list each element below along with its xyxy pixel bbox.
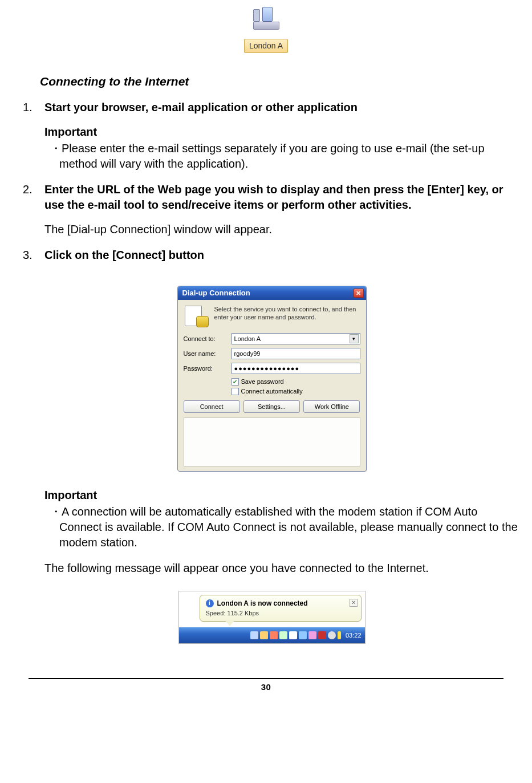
balloon-title-text: London A is now connected [217, 599, 308, 608]
connect-button[interactable]: Connect [184, 400, 240, 413]
tray-icon[interactable] [299, 631, 307, 639]
password-label: Password: [184, 364, 227, 373]
tray-icon[interactable] [260, 631, 268, 639]
connect-to-select[interactable]: London A ▾ [232, 333, 360, 344]
step-3-head: Click on the [Connect] button [44, 248, 521, 263]
tray-icon[interactable] [250, 631, 258, 639]
taskbar: 03:22 [179, 627, 365, 643]
work-offline-button[interactable]: Work Offline [303, 400, 360, 413]
password-value: ●●●●●●●●●●●●●●● [234, 364, 300, 373]
info-icon: i [206, 599, 214, 607]
tray-icon[interactable] [308, 631, 316, 639]
modem-icon-label: London A [244, 39, 288, 53]
tray-icons [250, 631, 341, 639]
close-icon[interactable]: ✕ [354, 289, 364, 298]
dialup-dialog: Dial-up Connection ✕ Select the service … [177, 286, 367, 472]
step-1-number: 1. [23, 100, 44, 172]
modem-icon [249, 3, 284, 33]
settings-button[interactable]: Settings... [243, 400, 300, 413]
dialog-intro: Select the service you want to connect t… [214, 306, 360, 327]
step-2-number: 2. [23, 182, 44, 237]
after-important-note: ・A connection will be automatically esta… [59, 504, 521, 550]
auto-connect-checkbox[interactable] [232, 388, 239, 395]
balloon-close-icon[interactable]: ✕ [350, 599, 358, 607]
save-password-label: Save password [241, 378, 284, 386]
step-2-after: The [Dial-up Connection] window will app… [44, 222, 521, 237]
page-number: 30 [0, 681, 532, 693]
username-input[interactable]: rgoody99 [232, 348, 360, 359]
tray-icon[interactable] [279, 631, 287, 639]
clock: 03:22 [346, 631, 362, 640]
save-password-checkbox[interactable]: ✔ [232, 378, 239, 386]
username-label: User name: [184, 350, 227, 358]
footer-divider [29, 678, 503, 679]
step-2-head: Enter the URL of the Web page you wish t… [44, 182, 521, 213]
balloon-sub-text: Speed: 115.2 Kbps [206, 609, 346, 618]
tray-icon[interactable] [289, 631, 297, 639]
password-input[interactable]: ●●●●●●●●●●●●●●● [232, 363, 360, 374]
tray-icon[interactable] [318, 631, 326, 639]
auto-connect-label: Connect automatically [241, 387, 303, 396]
step-3-number: 3. [23, 248, 44, 263]
username-value: rgoody99 [234, 350, 261, 358]
after-following-text: The following message will appear once y… [44, 561, 521, 576]
step-1-important-note: ・Please enter the e-mail settings separa… [59, 141, 521, 172]
tray-icon[interactable] [328, 631, 336, 639]
connect-to-value: London A [234, 335, 261, 343]
section-title: Connecting to the Internet [40, 74, 521, 90]
tray-icon[interactable] [338, 631, 341, 639]
after-important-label: Important [44, 488, 521, 503]
chevron-down-icon[interactable]: ▾ [350, 334, 359, 343]
dialog-title: Dial-up Connection [182, 288, 250, 298]
dialup-icon [184, 306, 209, 327]
tray-icon[interactable] [270, 631, 278, 639]
balloon-tip: i London A is now connected Speed: 115.2… [200, 595, 362, 622]
dialog-status-area [184, 417, 360, 466]
tray-notification: i London A is now connected Speed: 115.2… [178, 591, 366, 644]
step-1-important-label: Important [44, 124, 521, 140]
step-1-head: Start your browser, e-mail application o… [44, 100, 521, 115]
connect-to-label: Connect to: [184, 335, 227, 343]
